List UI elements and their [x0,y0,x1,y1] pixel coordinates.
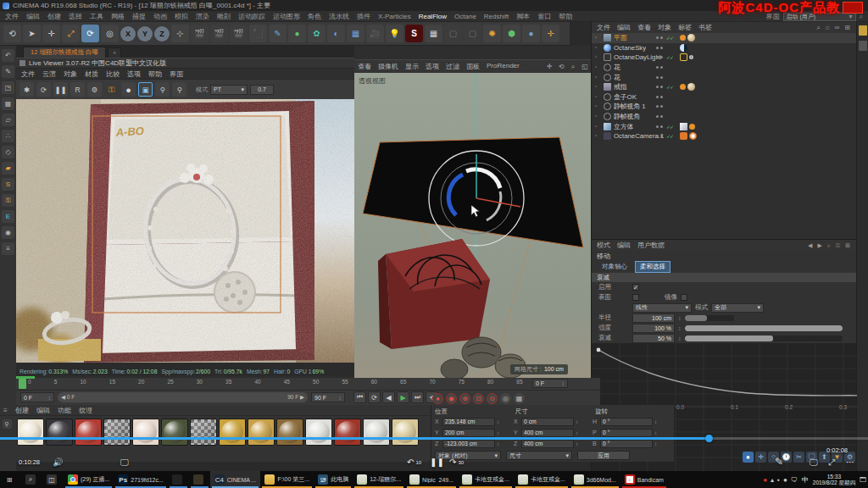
object-row[interactable]: ∘ 静帧视角 1 ✓✓ [592,102,856,112]
taskbar-item[interactable]: 🖼 卡地亚戒盒... [458,471,514,488]
menu-item[interactable]: 流水线 [329,12,349,21]
object-manager-menu-item[interactable]: 编辑 [617,23,631,32]
particles-icon[interactable]: ✺ [483,25,501,42]
z-axis-lock-icon[interactable]: Z [154,26,170,42]
current-frame-field[interactable]: 0 F↕ [532,379,568,388]
viewport-menu-item[interactable]: 过滤 [446,62,459,71]
viewport-menu-item[interactable]: ProRender [487,62,520,71]
menu-item[interactable]: 工具 [90,12,103,21]
menu-item[interactable]: RealFlow [419,13,447,20]
material-swatch[interactable] [103,419,131,446]
viewport-label[interactable]: 透视视图 [359,76,386,86]
material-swatch[interactable] [276,419,303,446]
expand-toggle[interactable]: ∘ [594,75,600,80]
live-viewer-menu-item[interactable]: 材质 [85,69,98,79]
polygons-mode-icon[interactable]: ▰ [2,162,14,175]
goto-start-icon[interactable]: ⏮ [353,391,366,403]
points-mode-icon[interactable]: ∴ [2,130,14,142]
back-icon[interactable]: ◀ [808,242,812,249]
material-menu-item[interactable]: 编辑 [36,406,50,415]
material-ball-icon[interactable]: ● [121,82,136,97]
coord-system-icon[interactable]: ⊹ [171,25,189,42]
light-icon[interactable]: 💡 [386,25,403,42]
material-swatch[interactable] [248,419,275,446]
object-manager-menu-item[interactable]: 文件 [597,23,610,32]
tray-net-icon[interactable]: ● [783,476,787,484]
last-tool-icon[interactable]: ◎ [101,25,119,42]
menu-item[interactable]: 插件 [357,12,370,21]
x-axis-lock-icon[interactable]: X [120,26,136,42]
object-tags[interactable] [680,34,695,42]
ghost-tool-icon[interactable]: ▢ [444,25,462,42]
visibility-dots[interactable] [656,86,663,88]
pip-icon[interactable]: 🖵 [810,458,818,468]
visibility-dots[interactable] [656,115,663,118]
taskbar-item[interactable]: C4 CINEMA ... [210,471,261,488]
live-viewer-menu-item[interactable]: 界面 [170,69,183,79]
strength-slider[interactable] [685,325,843,331]
object-row[interactable]: ∘ 戒指 ✓✓ [592,82,856,92]
expand-toggle[interactable]: ∘ [594,124,600,130]
material-menu-item[interactable]: 创建 [15,406,29,415]
record-scale-icon[interactable]: ⊡ [473,393,484,404]
radius-field[interactable]: 100 cm [632,313,675,323]
array-icon[interactable]: ✿ [308,25,326,42]
new-tab-button[interactable]: + [108,47,121,58]
next-frame-icon[interactable]: ⏭ [411,391,424,403]
material-swatch[interactable] [363,419,390,446]
autokey-icon[interactable]: ◉ [446,393,457,404]
lock-resolution-icon[interactable]: ⚿ [104,82,119,97]
object-manager-menu-item[interactable]: 书签 [698,23,712,32]
rotate-tool-icon[interactable]: ⟳ [81,25,99,42]
material-swatch[interactable] [305,419,332,446]
menu-item[interactable]: 文件 [5,12,19,21]
range-end-field[interactable]: 90 F↕ [311,392,345,402]
material-swatch[interactable] [334,419,361,446]
menu-item[interactable]: 雕刻 [217,12,231,21]
material-swatch[interactable] [75,419,102,446]
expand-icon[interactable]: ⊞ [845,242,850,249]
object-tags[interactable] [680,44,687,52]
expand-toggle[interactable]: ∘ [594,64,600,70]
record-position-icon[interactable]: ⊕ [459,393,470,404]
taskbar-item[interactable] [189,471,210,488]
workplane-icon[interactable]: ▱ [2,114,14,126]
taskbar-item[interactable]: 🖼 卡地亚戒盒... [514,471,570,488]
object-row[interactable]: ∘ 花 ✓✓ [592,72,856,82]
scroll-left-arrow[interactable]: ◀ 0 F [61,394,75,401]
rewind-10-icon[interactable]: ↶10 [407,458,421,467]
add-cube-icon[interactable]: ⬛ [249,25,267,42]
object-row[interactable]: ∘ 花 ✓✓ [592,63,856,73]
section-header[interactable]: 衰减 [592,273,856,282]
material-filter-icon[interactable]: ⚲ [3,419,12,429]
lock-icon[interactable]: ⚿ [836,242,840,249]
timeline-scrollbar[interactable]: ◀ 0 F 90 F ▶ [58,392,308,402]
menu-item[interactable]: 编辑 [26,12,40,21]
viewport-menu-item[interactable]: 摄像机 [378,62,398,71]
menu-item[interactable]: 动画 [153,12,167,21]
subtitle-panel-icon[interactable]: 🖵 [120,458,129,468]
taskbar-item[interactable]: Ps 2719fd12c... [114,471,168,488]
live-viewer-menu-item[interactable]: 文件 [21,69,35,79]
material-swatch[interactable] [219,419,246,446]
object-manager-menu-item[interactable]: 查看 [637,23,651,32]
texture-mode-icon[interactable]: ▦ [2,97,14,110]
panel-menu-icon[interactable]: ≡ [3,407,8,414]
object-row[interactable]: ∘ OctaneCamera.1 ✓✓ [592,131,856,141]
fullscreen-icon[interactable]: ⤢ [828,458,835,468]
falloff-field[interactable]: 50 % [632,334,675,343]
scale-tool-icon[interactable]: ⤢ [62,25,80,42]
video-progress-bar[interactable] [0,437,868,440]
expand-toggle[interactable]: ∘ [594,133,600,139]
expand-icon[interactable]: ⊞ [844,24,850,32]
menu-item[interactable]: 角色 [308,12,321,21]
menu-item[interactable]: Redshift [484,13,509,20]
menu-item[interactable]: 网格 [111,12,125,21]
taskbar-item[interactable]: (29) 正播... [64,471,114,488]
menu-item[interactable]: 选择 [69,12,82,21]
undo-arrow-icon[interactable]: ↶ [2,49,14,62]
taskbar-item[interactable] [168,471,189,488]
strength-field[interactable]: 100 % [632,324,675,333]
pick-focus-icon[interactable]: ⚲ [155,82,170,97]
camera-icon[interactable]: 🎥 [366,25,384,42]
